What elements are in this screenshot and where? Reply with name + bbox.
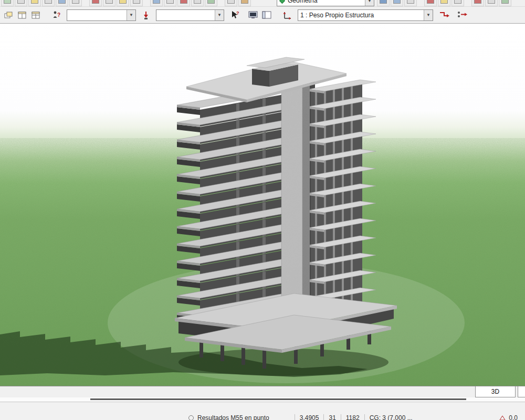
status-value: 31: [323, 414, 340, 420]
status-value: 3.4905: [295, 414, 324, 420]
snap-icon: [499, 415, 506, 420]
view-tabs-strip: 3D Z: [0, 386, 525, 397]
insert-node-button[interactable]: [139, 8, 153, 22]
toolbar-icon-stub[interactable]: [1, 0, 14, 6]
toolbar-icon-stub[interactable]: [150, 0, 163, 6]
status-right-value: 0.0: [509, 414, 518, 420]
toolbar-icon-stub[interactable]: [391, 0, 403, 6]
tab-3d[interactable]: 3D: [475, 386, 516, 397]
toolbar-icon-stub[interactable]: [28, 0, 41, 6]
toolbar-icon-stub[interactable]: [56, 0, 68, 6]
coordinate-system-button[interactable]: [281, 8, 295, 22]
toolbar-icon-stub[interactable]: [117, 0, 129, 6]
status-value: CG: 3 (7.000 ...: [364, 414, 417, 420]
select-help-button[interactable]: ?: [50, 8, 64, 22]
window-tile-vertical-button[interactable]: [15, 8, 29, 22]
control-panel-button[interactable]: [260, 8, 274, 22]
toolbar-icon-stubs: [1, 0, 252, 6]
load-case-combobox-value: 1 : Peso Propio Estructura: [298, 10, 424, 20]
toolbar-icon-stub[interactable]: [238, 0, 251, 6]
toolbar-row-1: Geometría ▼: [0, 0, 525, 7]
toolbar-icon-stub[interactable]: [164, 0, 176, 6]
toolbar-icon-stub[interactable]: [377, 0, 390, 6]
status-bar: Resultados M55 en punto 3.4905 31 1182 C…: [0, 402, 525, 420]
toolbar-icon-stub[interactable]: [404, 0, 417, 6]
dropdown-arrow-icon[interactable]: ▼: [365, 0, 374, 6]
toolbar-icon-stub[interactable]: [471, 0, 484, 6]
result-point-icon: [188, 415, 194, 420]
filter-combobox-value: [156, 14, 215, 16]
dropdown-arrow-icon[interactable]: ▼: [424, 10, 433, 20]
geometry-combobox[interactable]: Geometría ▼: [277, 0, 374, 6]
status-message: Resultados M55 en punto: [197, 414, 269, 420]
window-tile-grid-button[interactable]: [29, 8, 43, 22]
selection-combobox[interactable]: ▼: [67, 9, 136, 21]
toolbar-icon-stub[interactable]: [191, 0, 204, 6]
svg-text:?: ?: [57, 12, 60, 18]
toolbar-icon-stub[interactable]: [452, 0, 464, 6]
green-diamond-icon: [277, 0, 286, 4]
dropdown-arrow-icon[interactable]: ▼: [127, 10, 135, 20]
toolbar-icon-stub[interactable]: [485, 0, 498, 6]
toolbar-row-2: ? ▼ ▼ ? 1 : Peso Pr: [0, 7, 525, 24]
toolbar-icon-stub[interactable]: [130, 0, 143, 6]
selection-combobox-value: [67, 14, 127, 16]
application-window: Geometría ▼ ?: [0, 0, 525, 420]
load-case-combobox[interactable]: 1 : Peso Propio Estructura ▼: [298, 9, 433, 21]
splitter-handle[interactable]: [90, 398, 466, 400]
toolbar-icon-stub[interactable]: [15, 0, 27, 6]
toolbar-icon-stub[interactable]: [499, 0, 511, 6]
panel-splitter: [0, 397, 525, 402]
window-cascade-button[interactable]: [2, 8, 15, 22]
toolbar-icon-stub[interactable]: [177, 0, 190, 6]
geometry-combobox-value: Geometría: [286, 0, 365, 5]
toolbar-icon-stub[interactable]: [424, 0, 437, 6]
tab-z[interactable]: Z: [518, 386, 525, 397]
context-help-button[interactable]: ?: [228, 8, 242, 22]
loadcase-jump-button[interactable]: [437, 8, 451, 22]
model-3d-viewport[interactable]: [0, 24, 525, 386]
toolbar-icon-stub[interactable]: [438, 0, 450, 6]
toolbar-icon-stub[interactable]: [103, 0, 116, 6]
toolbar-icon-stub[interactable]: [89, 0, 102, 6]
render-view-button[interactable]: [246, 8, 260, 22]
tab-3d-label: 3D: [491, 388, 499, 395]
toolbar-icon-stubs-right: [377, 0, 512, 6]
toolbar-icon-stub[interactable]: [225, 0, 237, 6]
loadcase-next-button[interactable]: [455, 8, 469, 22]
filter-combobox[interactable]: ▼: [156, 9, 224, 21]
dropdown-arrow-icon[interactable]: ▼: [215, 10, 224, 20]
toolbar-icon-stub[interactable]: [205, 0, 217, 6]
svg-text:?: ?: [236, 10, 239, 16]
status-value: 1182: [341, 414, 364, 420]
toolbar-icon-stub[interactable]: [69, 0, 82, 6]
toolbar-icon-stub[interactable]: [42, 0, 55, 6]
